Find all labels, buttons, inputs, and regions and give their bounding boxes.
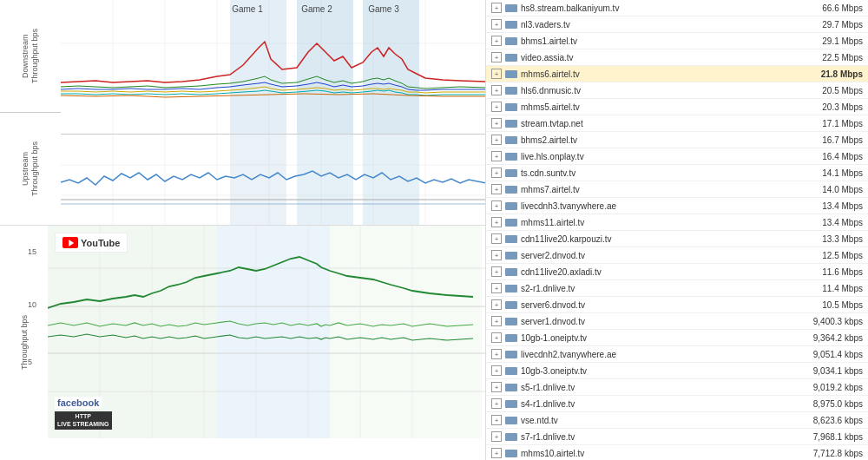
item-name: mhms10.airtel.tv [521, 449, 793, 458]
http-logo: HTTP LIVE STREAMING [55, 411, 112, 430]
expand-icon[interactable]: + [491, 184, 502, 194]
item-name: server6.dnvod.tv [521, 300, 793, 310]
server-icon [505, 252, 517, 260]
right-panel: +hs8.stream.balkaniyum.tv66.6 Mbps+nl3.v… [486, 0, 868, 460]
item-name: s7-r1.dnlive.tv [521, 432, 793, 442]
item-value: 13.4 Mbps [793, 218, 863, 227]
list-item[interactable]: +video.assia.tv22.5 Mbps [486, 49, 868, 66]
expand-icon[interactable]: + [491, 168, 502, 178]
list-item[interactable]: +bhms2.airtel.tv16.7 Mbps [486, 132, 868, 148]
item-name: mhms11.airtel.tv [521, 218, 793, 227]
item-name: nl3.vaders.tv [521, 20, 793, 30]
expand-icon[interactable]: + [491, 382, 502, 392]
list-item[interactable]: +bhms1.airtel.tv29.1 Mbps [486, 33, 868, 49]
expand-icon[interactable]: + [491, 19, 502, 30]
expand-icon[interactable]: + [491, 431, 502, 442]
y-ticks: 15 10 5 [28, 226, 47, 438]
list-item[interactable]: +server2.dnvod.tv12.5 Mbps [486, 247, 868, 264]
item-name: bhms2.airtel.tv [521, 135, 793, 145]
list-item[interactable]: +hls6.dnmusic.tv20.5 Mbps [486, 82, 868, 99]
y-tick-15: 15 [28, 247, 36, 256]
y-tick-5: 5 [28, 358, 32, 366]
item-name: server1.dnvod.tv [521, 317, 793, 326]
list-item[interactable]: +livecdnh2.tvanywhere.ae9,051.4 kbps [486, 346, 868, 363]
list-item[interactable]: +s2-r1.dnlive.tv11.4 Mbps [486, 280, 868, 297]
item-name: hls6.dnmusic.tv [521, 86, 793, 95]
item-name: 10gb-1.oneiptv.tv [521, 333, 793, 343]
item-value: 21.8 Mbps [793, 69, 863, 79]
server-icon [505, 268, 517, 276]
expand-icon[interactable]: + [491, 118, 502, 128]
expand-icon[interactable]: + [491, 69, 502, 79]
expand-icon[interactable]: + [491, 85, 502, 95]
upstream-label: UpstreamThroughput bps [0, 113, 61, 225]
list-item[interactable]: +cdn11live20.axladi.tv11.6 Mbps [486, 264, 868, 280]
list-item[interactable]: +mhms6.airtel.tv21.8 Mbps [486, 66, 868, 82]
facebook-text: facebook [55, 397, 102, 409]
youtube-icon [62, 237, 78, 248]
server-icon [505, 21, 517, 29]
expand-icon[interactable]: + [491, 135, 502, 145]
list-item[interactable]: +s7-r1.dnlive.tv7,968.1 kbps [486, 429, 868, 445]
server-icon [505, 103, 517, 111]
expand-icon[interactable]: + [491, 217, 502, 227]
item-value: 8,623.6 kbps [793, 416, 863, 425]
item-name: ts.cdn.suntv.tv [521, 168, 793, 178]
list-item[interactable]: +s5-r1.dnlive.tv9,019.2 kbps [486, 379, 868, 396]
bottom-chart-svg [48, 226, 485, 438]
item-name: s2-r1.dnlive.tv [521, 284, 793, 293]
server-icon [505, 120, 517, 128]
expand-icon[interactable]: + [491, 283, 502, 293]
list-item[interactable]: +mhms5.airtel.tv20.3 Mbps [486, 99, 868, 115]
expand-icon[interactable]: + [491, 52, 502, 62]
expand-icon[interactable]: + [491, 250, 502, 260]
item-value: 9,034.1 kbps [793, 366, 863, 376]
expand-icon[interactable]: + [491, 102, 502, 112]
bottom-chart: Throughput bps 15 10 5 [0, 226, 485, 460]
list-item[interactable]: +vse.ntd.tv8,623.6 kbps [486, 412, 868, 429]
item-value: 9,364.2 kbps [793, 333, 863, 343]
expand-icon[interactable]: + [491, 151, 502, 161]
item-value: 29.1 Mbps [793, 36, 863, 46]
expand-icon[interactable]: + [491, 266, 502, 277]
top-charts: DownstreamThroughput bps UpstreamThrough… [0, 0, 485, 226]
list-item[interactable]: +mhms11.airtel.tv13.4 Mbps [486, 214, 868, 231]
list-item[interactable]: +server6.dnvod.tv10.5 Mbps [486, 297, 868, 313]
item-value: 20.5 Mbps [793, 86, 863, 95]
list-item[interactable]: +s4-r1.dnlive.tv8,975.0 kbps [486, 396, 868, 412]
svg-rect-21 [230, 135, 286, 225]
list-item[interactable]: +mhms7.airtel.tv14.0 Mbps [486, 181, 868, 198]
throughput-axis-label: Throughput bps [20, 315, 29, 370]
server-icon [505, 400, 517, 408]
expand-icon[interactable]: + [491, 233, 502, 244]
server-icon [505, 153, 517, 161]
list-item[interactable]: +live.hls.onplay.tv16.4 Mbps [486, 148, 868, 165]
expand-icon[interactable]: + [491, 415, 502, 425]
list-item[interactable]: +cdn11live20.karpouzi.tv13.3 Mbps [486, 231, 868, 247]
list-item[interactable]: +10gb-1.oneiptv.tv9,364.2 kbps [486, 330, 868, 346]
upstream-svg [61, 135, 485, 225]
expand-icon[interactable]: + [491, 448, 502, 458]
expand-icon[interactable]: + [491, 200, 502, 211]
list-item[interactable]: +10gb-3.oneiptv.tv9,034.1 kbps [486, 363, 868, 379]
item-value: 8,975.0 kbps [793, 399, 863, 409]
item-name: cdn11live20.axladi.tv [521, 267, 793, 277]
expand-icon[interactable]: + [491, 316, 502, 326]
list-item[interactable]: +ts.cdn.suntv.tv14.1 Mbps [486, 165, 868, 181]
expand-icon[interactable]: + [491, 365, 502, 376]
expand-icon[interactable]: + [491, 349, 502, 359]
list-item[interactable]: +nl3.vaders.tv29.7 Mbps [486, 16, 868, 33]
chart-labels: DownstreamThroughput bps UpstreamThrough… [0, 0, 61, 225]
list-item[interactable]: +mhms10.airtel.tv7,712.8 kbps [486, 445, 868, 460]
top-charts-canvas: Game 1 Game 2 Game 3 [61, 0, 485, 225]
list-item[interactable]: +hs8.stream.balkaniyum.tv66.6 Mbps [486, 0, 868, 16]
expand-icon[interactable]: + [491, 398, 502, 409]
list-item[interactable]: +server1.dnvod.tv9,400.3 kbps [486, 313, 868, 330]
list-item[interactable]: +livecdnh3.tvanywhere.ae13.4 Mbps [486, 198, 868, 214]
expand-icon[interactable]: + [491, 3, 502, 13]
expand-icon[interactable]: + [491, 36, 502, 46]
expand-icon[interactable]: + [491, 299, 502, 310]
expand-icon[interactable]: + [491, 332, 502, 343]
list-item[interactable]: +stream.tvtap.net17.1 Mbps [486, 115, 868, 132]
downstream-label: DownstreamThroughput bps [0, 0, 61, 113]
